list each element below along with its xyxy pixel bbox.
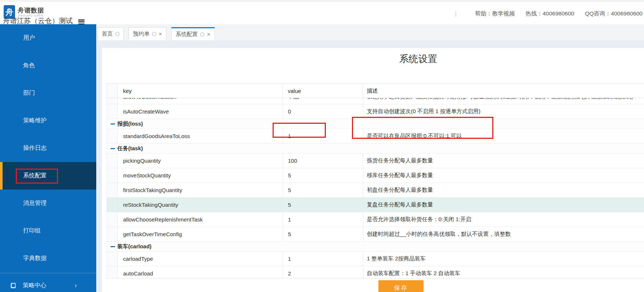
key-cell: isAutoCreateWave (118, 104, 283, 119)
value-cell: 5 (283, 183, 363, 197)
desc-cell: 复盘任务分配每人最多数量 (363, 198, 644, 212)
close-icon[interactable]: × (207, 32, 210, 37)
key-cell: carloadType (118, 252, 283, 266)
desc-cell: 自动装车配置：1 手动装车 2 自动装车 (363, 266, 644, 278)
desc-cell: 是否可以在良品区报损:0,不可以;1,可以 (363, 129, 644, 143)
sidebar-item-strategy-center[interactable]: 策略中心 › (0, 279, 96, 292)
table-row[interactable]: autoCarload2自动装车配置：1 手动装车 2 自动装车 (107, 266, 644, 278)
chevron-right-icon: › (75, 282, 77, 289)
sidebar-item-strategy-maintenance[interactable]: 策略维护 (0, 107, 96, 134)
main-content: 系统设置 keyvalue描述 allowToCustomization中品仅适… (96, 40, 644, 292)
sidebar-nav: 用户角色部门策略维护操作日志系统配置消息管理打印组字典数据 (0, 24, 96, 272)
sidebar-item-message-management[interactable]: 消息管理 (0, 190, 96, 217)
menu-toggle-icon[interactable] (78, 19, 84, 25)
tab-reservation[interactable]: 预约单× (129, 27, 166, 40)
group-row[interactable]: 任务(task) (107, 144, 644, 154)
table-row[interactable]: carloadType11 整单装车 2按商品装车 (107, 252, 644, 266)
close-icon[interactable]: × (159, 31, 162, 37)
sidebar-item-print-groups[interactable]: 打印组 (0, 217, 96, 245)
settings-card: 系统设置 keyvalue描述 allowToCustomization中品仅适… (102, 48, 644, 292)
sidebar-item-dictionary-data[interactable]: 字典数据 (0, 245, 96, 272)
value-cell: 5 (283, 227, 363, 241)
table-row[interactable]: allowToCustomization中品仅适用于进口货源产品受控批次时使用(… (107, 98, 644, 104)
key-cell: allowChooseReplenishmentTask (118, 212, 283, 227)
group-row[interactable]: 报损(loss) (107, 119, 644, 129)
sidebar-item-roles[interactable]: 角色 (0, 52, 96, 79)
table-row[interactable]: moveStockQuantity5移库任务分配每人最多数量 (107, 168, 644, 183)
key-cell: firstStockTakingQuantity (118, 183, 283, 197)
logo-glyph: 舟 (6, 7, 13, 17)
sidebar-item-system-config[interactable]: 系统配置 (0, 162, 96, 190)
help-link[interactable]: 帮助：教学视频 (475, 10, 515, 18)
table-row[interactable]: firstStockTakingQuantity5初盘任务分配每人最多数量 (107, 183, 644, 198)
desc-cell: 创建时间超过__小时的任务高优领取，默认不设置，填整数 (363, 227, 644, 241)
gutter-cell (107, 183, 118, 197)
sidebar-item-label: 打印组 (23, 227, 41, 235)
tab-bar: 首页预约单×系统配置× (96, 24, 644, 40)
value-cell: 1 (283, 252, 363, 266)
table-row[interactable]: reStockTakingQuantity5复盘任务分配每人最多数量 (107, 198, 644, 212)
group-label: 报损(loss) (117, 120, 143, 127)
settings-table: keyvalue描述 allowToCustomization中品仅适用于进口货… (107, 83, 644, 278)
save-button[interactable]: 保存 (378, 280, 424, 292)
column-header-key: key (118, 84, 283, 98)
table-row[interactable]: pickingQuantity100拣货任务分配每人最多数量 (107, 154, 644, 168)
book-icon (10, 282, 17, 289)
value-cell: 中品 (283, 98, 363, 104)
desc-cell: 1 整单装车 2按商品装车 (363, 252, 644, 266)
gutter-cell (107, 129, 118, 143)
sidebar-item-label: 系统配置 (23, 172, 47, 180)
gutter-cell (107, 154, 118, 168)
table-row[interactable]: standardGoodsAreaToLoss1是否可以在良品区报损:0,不可以… (107, 129, 644, 144)
table-row[interactable]: getTaskOverTimeConfig5创建时间超过__小时的任务高优领取，… (107, 227, 644, 242)
sidebar-item-label: 用户 (23, 34, 35, 42)
value-cell: 1 (283, 212, 363, 227)
refresh-icon[interactable] (115, 32, 119, 36)
desc-cell: 是否允许选择领取补货任务：0:关闭 1:开启 (363, 212, 644, 227)
group-label: 任务(task) (117, 145, 143, 152)
brand-divider (39, 7, 40, 16)
sidebar-item-departments[interactable]: 部门 (0, 79, 96, 107)
gutter-cell (107, 98, 118, 104)
group-row[interactable]: 装车(carload) (107, 242, 644, 252)
column-header-value: value (283, 84, 363, 98)
sidebar-divider (0, 273, 96, 273)
collapse-icon[interactable] (111, 246, 115, 247)
key-cell: allowToCustomization (118, 98, 283, 104)
sidebar-item-label: 消息管理 (23, 199, 47, 207)
tab-label: 系统配置 (176, 31, 198, 38)
table-row[interactable]: isAutoCreateWave0支持自动创建波次(0 不启用 1 按逐单方式启… (107, 104, 644, 119)
header-separator: | (455, 10, 457, 18)
key-cell: standardGoodsAreaToLoss (118, 129, 283, 143)
value-cell: 0 (283, 104, 363, 119)
collapse-icon[interactable] (111, 123, 115, 125)
collapse-icon[interactable] (111, 148, 115, 149)
gutter-cell (107, 104, 118, 119)
sidebar-item-label: 部门 (23, 89, 35, 97)
gutter-cell (107, 266, 118, 278)
refresh-icon[interactable] (152, 32, 156, 36)
tab-label: 预约单 (133, 30, 150, 37)
key-cell: moveStockQuantity (118, 168, 283, 183)
sidebar-item-label: 字典数据 (23, 255, 47, 262)
tab-system-config[interactable]: 系统配置× (171, 27, 215, 40)
qq-contact-text: QQ咨询：4006980600 (585, 10, 643, 18)
sidebar-item-operation-logs[interactable]: 操作日志 (0, 134, 96, 162)
desc-cell: 拣货任务分配每人最多数量 (363, 154, 644, 168)
top-header: 舟 舟谱数据 ZHOUPU DATA 舟谱江苏（云仓）测试 | 帮助：教学视频 … (0, 2, 644, 24)
sidebar-item-label: 角色 (23, 62, 35, 69)
tab-home[interactable]: 首页 (97, 27, 124, 40)
value-cell: 100 (283, 154, 363, 168)
tab-label: 首页 (102, 30, 113, 37)
table-row[interactable]: allowChooseReplenishmentTask1是否允许选择领取补货任… (107, 212, 644, 227)
desc-cell: 支持自动创建波次(0 不启用 1 按逐单方式启用) (363, 104, 644, 119)
table-scroll-area[interactable]: allowToCustomization中品仅适用于进口货源产品受控批次时使用(… (107, 98, 644, 278)
value-cell: 5 (283, 198, 363, 212)
sidebar-item-label: 操作日志 (23, 144, 47, 152)
key-cell: pickingQuantity (118, 154, 283, 168)
sidebar-item-users[interactable]: 用户 (0, 24, 96, 52)
key-cell: getTaskOverTimeConfig (118, 227, 283, 241)
refresh-icon[interactable] (200, 32, 204, 36)
page-title: 系统设置 (102, 53, 644, 65)
tabs: 首页预约单×系统配置× (97, 27, 215, 40)
